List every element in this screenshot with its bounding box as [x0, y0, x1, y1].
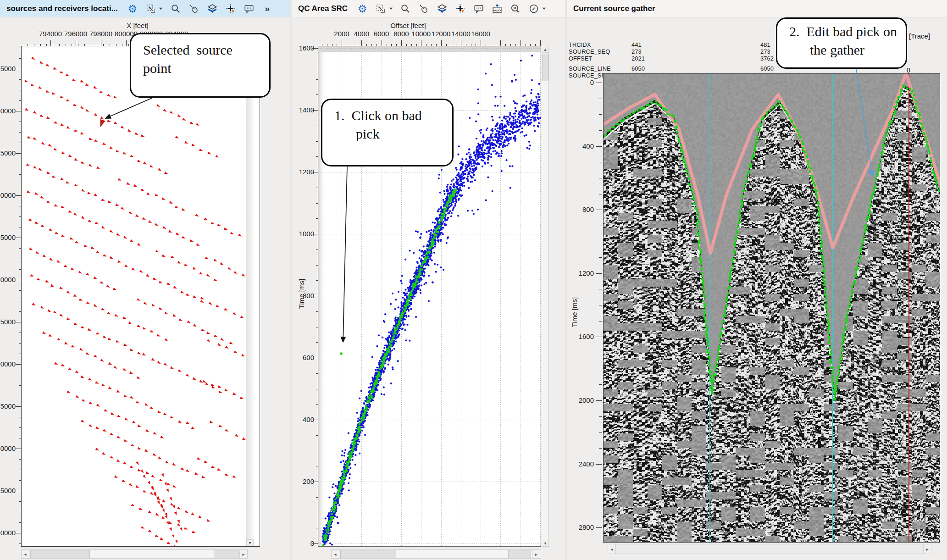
pick-mode-icon[interactable]: [455, 3, 466, 15]
gather-titlebar[interactable]: Current source gather: [567, 0, 947, 17]
map-vscroll-down-button[interactable]: ▾: [246, 539, 254, 546]
qc-y-minor-tick: [316, 497, 318, 498]
pick-mode-icon[interactable]: [225, 3, 236, 15]
qc-x-minor-tick: [377, 44, 377, 46]
comments-icon[interactable]: [244, 3, 255, 15]
qc-vscroll-up-button[interactable]: ▴: [542, 46, 549, 53]
gather-y-minor-tick: [599, 273, 602, 274]
qc-x-minor-tick: [486, 44, 486, 46]
gather-hscroll-left-button[interactable]: ◂: [608, 544, 616, 554]
map-hscroll-right-button[interactable]: ▸: [239, 549, 248, 559]
gather-time-tick-label: 2800: [571, 523, 594, 531]
qc-vscroll-thumb[interactable]: [542, 54, 548, 81]
dropdown-caret-icon[interactable]: [158, 3, 164, 15]
gather-seismic-canvas[interactable]: [604, 74, 940, 542]
settings-gear-icon[interactable]: ⚙: [127, 3, 138, 15]
qc-x-minor-tick: [505, 44, 506, 46]
qc-x-minor-tick: [391, 44, 392, 46]
zoom-icon[interactable]: [400, 3, 411, 15]
qc-x-minor-tick: [426, 44, 426, 46]
map-y-minor-tick: [19, 164, 21, 164]
qc-hscroll-right-button[interactable]: ▸: [532, 549, 540, 559]
map-hscroll-left-button[interactable]: ◂: [21, 549, 29, 559]
gather-header-label: SOURCE_SEQ: [569, 48, 628, 55]
select-mode-icon[interactable]: [145, 3, 156, 15]
map-y-minor-tick: [19, 48, 21, 48]
gather-header-value: 2021: [631, 55, 664, 62]
qc-hscroll-thumb[interactable]: [340, 550, 396, 558]
map-hscroll-block[interactable]: [214, 550, 238, 558]
gather-hscroll-right-button[interactable]: ▸: [923, 544, 931, 554]
qc-x-minor-tick: [337, 44, 337, 46]
qc-y-minor-tick: [316, 172, 318, 172]
settings-gear-icon[interactable]: ⚙: [357, 3, 368, 15]
qc-hscroll-left-button[interactable]: ◂: [331, 549, 339, 559]
map-toolbar: ⚙»: [127, 3, 280, 15]
map-y-minor-tick: [19, 491, 21, 491]
map-y-minor-tick: [19, 290, 21, 291]
qc-y-minor-tick: [316, 250, 318, 250]
qc-y-minor-tick: [316, 435, 318, 436]
layers-icon[interactable]: [437, 3, 448, 15]
map-y-minor-tick: [19, 238, 21, 238]
map-x-minor-tick: [59, 44, 60, 46]
zoom-icon[interactable]: [170, 3, 181, 15]
callout-line: the gather: [789, 41, 897, 59]
qc-y-minor-tick: [316, 203, 318, 204]
qc-x-minor-tick: [461, 44, 461, 46]
map-y-tick-label: 0000: [0, 444, 16, 452]
measure-tape-icon[interactable]: [510, 3, 521, 15]
dropdown-caret-icon[interactable]: [388, 3, 393, 15]
qc-time-tick-label: 200: [294, 477, 314, 485]
toolbar-overflow-chevron[interactable]: »: [262, 3, 273, 15]
map-y-minor-tick: [19, 501, 21, 502]
qc-vscroll-down-button[interactable]: ▾: [542, 540, 549, 547]
qc-toolbar: ⚙: [357, 3, 553, 15]
map-x-minor-tick: [110, 44, 110, 46]
map-y-tick-label: 5000: [0, 487, 16, 494]
map-y-minor-tick: [19, 58, 21, 59]
qc-vertical-scrollbar[interactable]: [542, 46, 549, 547]
map-y-minor-tick: [19, 385, 21, 386]
mouse-tools-icon[interactable]: [418, 3, 429, 15]
gather-y-minor-tick: [599, 162, 602, 162]
mouse-tools-icon[interactable]: [188, 3, 199, 15]
map-vertical-scrollbar[interactable]: [246, 46, 254, 546]
qc-x-minor-tick: [481, 44, 481, 46]
qc-x-minor-tick: [347, 44, 347, 46]
gather-horizontal-scrollbar[interactable]: [608, 544, 931, 554]
qc-y-minor-tick: [316, 528, 318, 528]
map-x-tick-label: 794000: [37, 30, 64, 38]
qc-hscroll-block[interactable]: [508, 550, 531, 558]
source-map-canvas[interactable]: [22, 46, 246, 546]
map-x-major-tick: [76, 40, 76, 46]
dropdown-caret-icon[interactable]: [541, 3, 547, 15]
gather-y-minor-tick: [599, 496, 602, 496]
map-x-minor-tick: [34, 44, 34, 46]
map-y-minor-tick: [19, 543, 21, 544]
qc-x-minor-tick: [476, 44, 476, 46]
qc-y-minor-tick: [316, 482, 318, 482]
gather-y-minor-tick: [599, 99, 602, 99]
qc-y-minor-tick: [316, 342, 318, 343]
gather-y-minor-tick: [599, 527, 602, 528]
export-image-icon[interactable]: [492, 3, 503, 15]
map-y-minor-tick: [19, 122, 21, 122]
map-y-minor-tick: [19, 269, 21, 270]
map-y-minor-tick: [19, 301, 21, 301]
map-hscroll-thumb[interactable]: [30, 550, 90, 558]
gather-y-minor-tick: [599, 400, 602, 401]
gather-y-minor-tick: [599, 512, 602, 512]
map-y-minor-tick: [19, 248, 21, 249]
map-titlebar[interactable]: sources and receivers locati... ⚙»: [0, 0, 290, 17]
qc-offset-tick-label: 16000: [467, 30, 494, 38]
compass-icon[interactable]: [528, 3, 539, 15]
layers-icon[interactable]: [207, 3, 218, 15]
comments-icon[interactable]: [473, 3, 484, 15]
qc-time-tick-label: 1200: [294, 168, 314, 176]
select-mode-icon[interactable]: [375, 3, 386, 15]
callout-line: Selected source: [143, 41, 261, 59]
qc-titlebar[interactable]: QC Area SRC ⚙: [292, 0, 565, 17]
qc-y-minor-tick: [316, 94, 318, 95]
map-y-minor-tick: [19, 459, 21, 460]
